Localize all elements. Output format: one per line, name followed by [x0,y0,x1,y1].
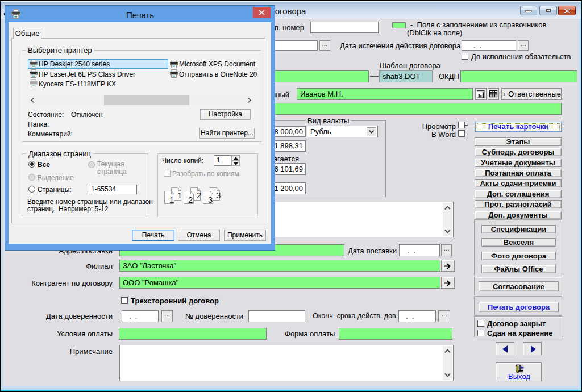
svg-text:3: 3 [216,190,221,200]
svg-text:2: 2 [188,195,193,205]
svg-text:2: 2 [197,190,201,200]
svg-text:3: 3 [208,195,213,205]
svg-text:1: 1 [177,190,182,200]
svg-text:1: 1 [169,195,174,205]
